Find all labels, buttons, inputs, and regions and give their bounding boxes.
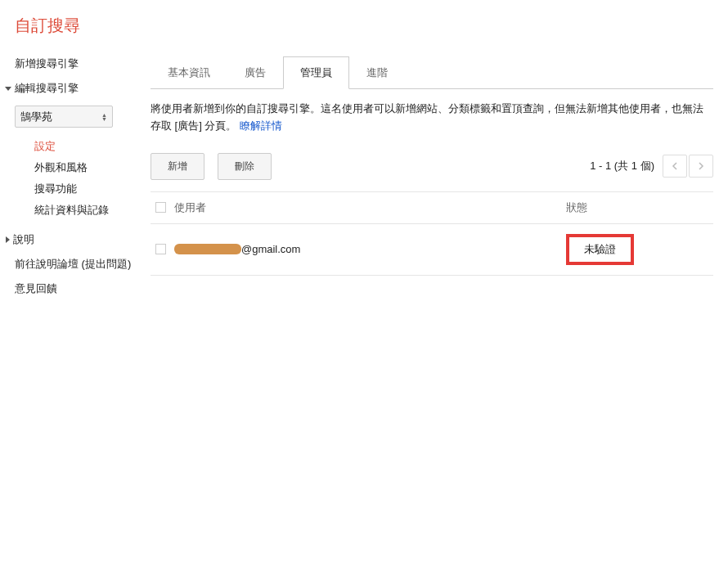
sidebar-item-add-engine[interactable]: 新增搜尋引擎 <box>15 52 137 76</box>
email-suffix: @gmail.com <box>241 243 300 255</box>
sidebar-sub-appearance[interactable]: 外觀和風格 <box>34 157 137 178</box>
sidebar-help-label: 說明 <box>13 232 34 247</box>
main-content: 基本資訊 廣告 管理員 進階 將使用者新增到你的自訂搜尋引擎。這名使用者可以新增… <box>137 52 728 301</box>
col-header-status: 狀態 <box>566 200 713 215</box>
caret-right-icon <box>6 236 10 243</box>
tab-admins[interactable]: 管理員 <box>283 56 349 89</box>
toolbar: 新增 刪除 1 - 1 (共 1 個) <box>151 146 713 191</box>
sidebar-sub-statistics[interactable]: 統計資料與記錄 <box>34 200 137 221</box>
next-page-button[interactable] <box>689 155 713 178</box>
prev-page-button[interactable] <box>663 155 687 178</box>
tabs: 基本資訊 廣告 管理員 進階 <box>151 56 713 89</box>
tab-ads[interactable]: 廣告 <box>227 56 283 89</box>
description-text: 將使用者新增到你的自訂搜尋引擎。這名使用者可以新增網站、分類標籤和置頂查詢，但無… <box>151 89 713 146</box>
sidebar-item-help[interactable]: 說明 <box>5 227 137 252</box>
sidebar-edit-label: 編輯搜尋引擎 <box>15 81 79 96</box>
email-redacted-block <box>174 244 241 254</box>
status-badge: 未驗證 <box>566 234 634 265</box>
engine-select-dropdown[interactable]: 鵠學苑 ▲▼ <box>15 106 113 128</box>
description-body: 將使用者新增到你的自訂搜尋引擎。這名使用者可以新增網站、分類標籤和置頂查詢，但無… <box>151 102 703 132</box>
sidebar-item-forum[interactable]: 前往說明論壇 (提出問題) <box>15 252 137 277</box>
sidebar-item-edit-engine[interactable]: 編輯搜尋引擎 <box>5 76 137 101</box>
page-title: 自訂搜尋 <box>0 0 728 52</box>
select-arrows-icon: ▲▼ <box>101 113 107 121</box>
sidebar-item-feedback[interactable]: 意見回饋 <box>15 277 137 301</box>
pagination: 1 - 1 (共 1 個) <box>590 155 713 178</box>
table-header: 使用者 狀態 <box>151 191 713 224</box>
add-button[interactable]: 新增 <box>151 153 204 180</box>
engine-select-value: 鵠學苑 <box>20 110 52 124</box>
col-header-user: 使用者 <box>174 200 206 215</box>
delete-button[interactable]: 刪除 <box>218 153 272 180</box>
pagination-text: 1 - 1 (共 1 個) <box>590 159 654 173</box>
tab-basic[interactable]: 基本資訊 <box>151 56 227 89</box>
row-checkbox[interactable] <box>155 244 166 254</box>
sidebar-sub-settings[interactable]: 設定 <box>34 136 137 157</box>
learn-more-link[interactable]: 瞭解詳情 <box>240 119 282 132</box>
select-all-checkbox[interactable] <box>155 202 166 213</box>
chevron-left-icon <box>672 162 678 170</box>
sidebar: 新增搜尋引擎 編輯搜尋引擎 鵠學苑 ▲▼ 設定 外觀和風格 搜尋功能 統計資料與… <box>0 52 137 301</box>
table-row: @gmail.com 未驗證 <box>151 224 713 276</box>
caret-down-icon <box>5 87 11 91</box>
tab-advanced[interactable]: 進階 <box>349 56 405 89</box>
chevron-right-icon <box>698 162 704 170</box>
sidebar-sub-search-features[interactable]: 搜尋功能 <box>34 178 137 200</box>
